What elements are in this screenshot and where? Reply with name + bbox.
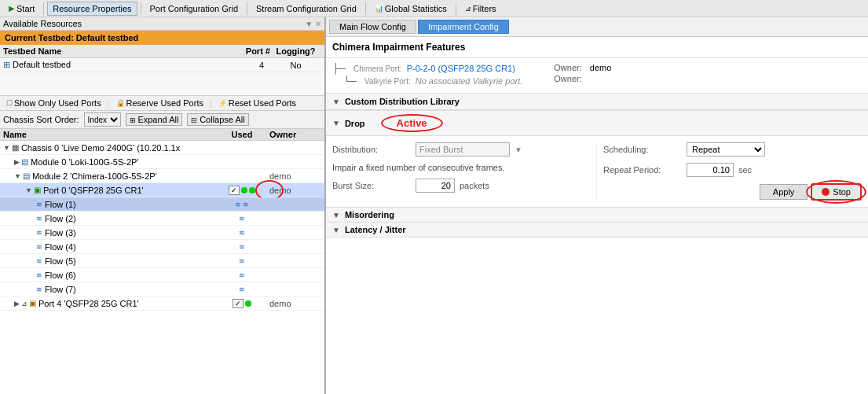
- port-owner: demo: [269, 186, 324, 195]
- sort-label: Chassis Sort Order:: [3, 115, 79, 124]
- port-name: Port 0 'QSFP28 25G CR1': [43, 186, 214, 195]
- burst-size-label: Burst Size:: [332, 181, 411, 190]
- scheduling-row: Scheduling: Repeat: [603, 142, 862, 156]
- flow-5-item[interactable]: ≋ Flow (5) ≋: [0, 254, 324, 268]
- filters-label: Filters: [473, 4, 496, 13]
- module-name: Module 0 'Loki-100G-5S-2P': [31, 157, 214, 167]
- lightning-icon: ⚡: [218, 99, 227, 107]
- collapse-all-btn[interactable]: ⊟ Collapse All: [187, 113, 248, 126]
- size-icon: ⊿: [21, 300, 27, 307]
- show-used-ports-btn[interactable]: ☐ Show Only Used Ports: [3, 98, 104, 109]
- drop-section: ▼ Drop Active Distribution: ▼: [326, 111, 868, 208]
- divider-2: [141, 2, 141, 15]
- flow-used: ≋: [214, 271, 269, 279]
- port-icon: ▣: [29, 299, 36, 307]
- tree-item[interactable]: ▼ ▦ Chassis 0 'Live Demo 2400G' (10.20.1…: [0, 141, 324, 155]
- flow-name: Flow (1): [45, 200, 214, 209]
- stream-config-tab[interactable]: Stream Configuration Grid: [251, 2, 362, 16]
- start-button[interactable]: ▶ Start: [3, 2, 40, 16]
- custom-dist-header[interactable]: ▼ Custom Distribution Library: [326, 94, 868, 110]
- testbed-icon: ⊞: [3, 60, 10, 69]
- col-name: Name: [0, 130, 214, 139]
- owner-row-1: Owner: demo: [554, 63, 611, 72]
- divider-5: [456, 2, 456, 15]
- testbed-logging: No: [270, 61, 321, 70]
- port-0-item[interactable]: ▼ ▣ Port 0 'QSFP28 25G CR1' ✓ demo: [0, 183, 324, 197]
- flow-6-item[interactable]: ≋ Flow (6) ≋: [0, 268, 324, 282]
- drop-header[interactable]: ▼ Drop Active: [326, 111, 868, 136]
- port-config-tab[interactable]: Port Configuration Grid: [145, 2, 244, 16]
- port-4-item[interactable]: ▶ ⊿ ▣ Port 4 'QSFP28 25G CR1' ✓ demo: [0, 296, 324, 311]
- reset-ports-btn[interactable]: ⚡ Reset Used Ports: [215, 98, 299, 109]
- testbed-name-label: Default testbed: [13, 60, 71, 69]
- flow-used: ≋: [214, 257, 269, 265]
- port-name: Port 4 'QSFP28 25G CR1': [38, 299, 214, 308]
- flow-3-item[interactable]: ≋ Flow (3) ≋: [0, 226, 324, 240]
- flow-4-item[interactable]: ≋ Flow (4) ≋: [0, 240, 324, 254]
- tree-item[interactable]: ▶ ▤ Module 0 'Loki-100G-5S-2P': [0, 155, 324, 169]
- right-panel: Main Flow Config Impairment Config Chime…: [326, 17, 868, 394]
- owner-label-1: Owner:: [554, 63, 581, 72]
- flow-name: Flow (2): [45, 214, 214, 223]
- checkbox: ✓: [229, 186, 240, 195]
- wave-icon: ≋: [239, 285, 245, 293]
- start-label: Start: [16, 4, 35, 13]
- resource-properties-tab[interactable]: Resource Properties: [47, 2, 137, 16]
- flow-used: ≋: [214, 215, 269, 223]
- scheduling-select[interactable]: Repeat: [687, 142, 765, 156]
- expand-all-btn[interactable]: ⊞ Expand All: [126, 113, 183, 126]
- main-flow-config-tab[interactable]: Main Flow Config: [329, 20, 416, 34]
- col-header-logging: Logging?: [270, 46, 321, 56]
- repeat-period-input[interactable]: [687, 163, 734, 177]
- flow-1-item[interactable]: ≋ Flow (1) ≋ ≋: [0, 197, 324, 212]
- flow-2-item[interactable]: ≋ Flow (2) ≋: [0, 212, 324, 226]
- latency-arrow-icon: ▼: [332, 226, 340, 234]
- apply-button[interactable]: Apply: [760, 184, 808, 200]
- port-tree-icon-2: └─: [343, 75, 357, 87]
- misordering-section: ▼ Misordering: [326, 208, 868, 223]
- repeat-period-label: Repeat Period:: [603, 165, 682, 175]
- owner-col: Owner: demo Owner:: [554, 63, 611, 88]
- testbed-row[interactable]: ⊞ Default testbed 4 No: [0, 58, 324, 72]
- checkbox: ✓: [233, 299, 244, 308]
- scheduling-label: Scheduling:: [603, 145, 682, 154]
- expand-arrow-icon: ▶: [14, 158, 20, 166]
- lock-icon: 🔒: [116, 99, 125, 107]
- expand-label: Expand All: [137, 115, 178, 124]
- custom-dist-section: ▼ Custom Distribution Library: [326, 94, 868, 111]
- flow-icon: ≋: [36, 229, 42, 237]
- stream-config-label: Stream Configuration Grid: [256, 4, 357, 13]
- distribution-row: Distribution: ▼: [332, 142, 590, 156]
- impairment-config-tab[interactable]: Impairment Config: [418, 20, 509, 34]
- main-flow-label: Main Flow Config: [339, 22, 406, 31]
- distribution-input[interactable]: [416, 142, 510, 156]
- burst-size-input[interactable]: [416, 179, 455, 193]
- reserve-ports-btn[interactable]: 🔒 Reserve Used Ports: [113, 98, 207, 109]
- misordering-header[interactable]: ▼ Misordering: [326, 208, 868, 222]
- global-stats-tab[interactable]: 📊 Global Statistics: [369, 2, 452, 16]
- tree-item[interactable]: ▼ ▤ Module 2 'Chimera-100G-5S-2P' demo: [0, 169, 324, 183]
- testbed-table-header: Testbed Name Port # Logging?: [0, 45, 324, 58]
- impairment-label: Impairment Config: [428, 22, 499, 31]
- flow-used: ≋ ≋: [214, 201, 269, 208]
- filters-tab[interactable]: ⊿ Filters: [460, 2, 502, 16]
- wave-icon: ≋: [239, 257, 245, 265]
- tree-area[interactable]: ▼ ▦ Chassis 0 'Live Demo 2400G' (10.20.1…: [0, 141, 324, 394]
- stop-button[interactable]: Stop: [811, 183, 862, 201]
- port-icon: ▣: [34, 186, 41, 194]
- action-row: Apply Stop: [603, 183, 862, 201]
- left-panel-header: Available Resources ▼ ✕: [0, 17, 324, 31]
- latency-title: Latency / Jitter: [345, 225, 406, 234]
- drop-left-col: Distribution: ▼ Impair a fixed number of…: [332, 142, 597, 201]
- sort-select[interactable]: Index: [84, 112, 121, 127]
- dropdown-arrow-icon: ▼: [515, 145, 522, 154]
- latency-header[interactable]: ▼ Latency / Jitter: [326, 223, 868, 237]
- flow-7-item[interactable]: ≋ Flow (7) ≋: [0, 282, 324, 296]
- owner-row-2: Owner:: [554, 74, 611, 83]
- drop-content: Distribution: ▼ Impair a fixed number of…: [326, 136, 868, 207]
- chimera-port-value[interactable]: P-0-2-0 (QSFP28 25G CR1): [407, 64, 515, 73]
- flow-icon: ≋: [36, 215, 42, 223]
- module-icon: ▤: [23, 171, 30, 180]
- port-used: ✓: [214, 186, 269, 195]
- divider-4: [365, 2, 366, 15]
